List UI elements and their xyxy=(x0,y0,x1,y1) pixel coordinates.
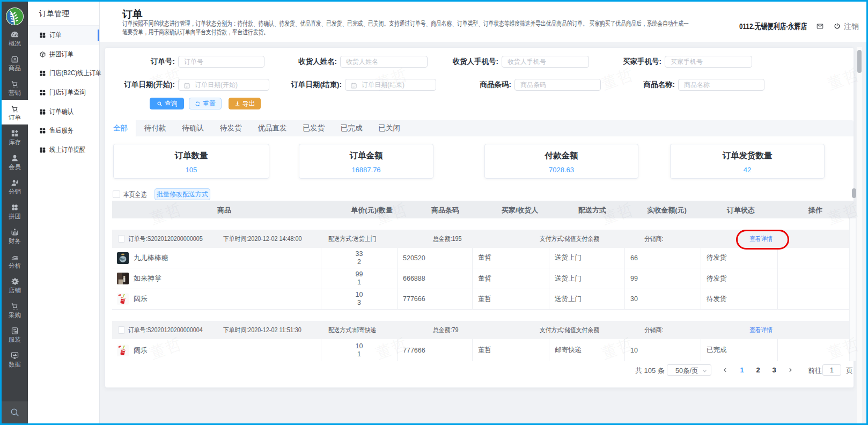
app-nav-icon xyxy=(10,153,19,163)
filter-input[interactable] xyxy=(515,79,600,90)
menu-item[interactable]: 订单 xyxy=(28,26,99,45)
view-details-link[interactable]: 查看详情 xyxy=(749,235,773,244)
status-tab[interactable]: 优品直发 xyxy=(250,120,295,136)
calendar-icon xyxy=(350,82,357,89)
menu-item[interactable]: 拼团订单 xyxy=(28,45,99,64)
page-scrollbar-track[interactable] xyxy=(857,47,862,423)
prev-page-button[interactable] xyxy=(717,366,733,374)
status-tab[interactable]: 待发货 xyxy=(212,120,250,136)
app-nav-icon xyxy=(10,252,19,261)
product-name: 阔乐 xyxy=(134,346,148,355)
app-nav-item[interactable]: 采购 xyxy=(2,297,28,322)
status-tab[interactable]: 已关闭 xyxy=(371,120,409,136)
status-tab[interactable]: 待确认 xyxy=(174,120,212,136)
app-nav-label: 订单 xyxy=(2,114,28,121)
table-column-header: 配送方式 xyxy=(578,206,606,215)
status-tab[interactable]: 已完成 xyxy=(333,120,371,136)
view-details-link[interactable]: 查看详情 xyxy=(749,326,773,335)
page-number-button[interactable]: 3 xyxy=(766,366,782,374)
order-group: 订单号:S2020120200000005 下单时间:2020-12-02 14… xyxy=(112,230,856,310)
status-tab[interactable]: 全部 xyxy=(105,120,136,137)
filter-input[interactable] xyxy=(679,79,764,90)
app-nav-item[interactable]: 服装 xyxy=(2,322,28,347)
filter-input-wrap xyxy=(178,79,269,91)
app-nav-item[interactable]: 分销 xyxy=(2,174,28,199)
order-distributor: 分销商: xyxy=(644,235,663,244)
filter-field-label: 订单号: xyxy=(100,57,175,67)
app-nav-icon xyxy=(10,55,19,64)
filter-field: 订单日期(结束): xyxy=(267,79,436,91)
menu-item[interactable]: 门店(B2C)线上订单 xyxy=(28,64,99,83)
filter-input-wrap xyxy=(345,79,436,91)
table-column-header: 订单状态 xyxy=(727,206,755,215)
filter-input[interactable] xyxy=(345,79,436,90)
price-qty-cell: 99 1 xyxy=(321,268,398,288)
power-icon[interactable] xyxy=(834,23,841,30)
menu-item[interactable]: 订单确认 xyxy=(28,102,99,121)
app-search-area[interactable] xyxy=(2,401,28,423)
page-scrollbar-thumb[interactable] xyxy=(857,50,862,73)
product-thumbnail xyxy=(117,273,129,284)
table-scrollbar-thumb[interactable] xyxy=(852,188,856,198)
order-group-header: 订单号:S2020120200000004 下单时间:2020-12-02 11… xyxy=(112,321,856,339)
search-button[interactable]: 查询 xyxy=(150,98,184,109)
menu-item-icon xyxy=(39,127,46,134)
filter-input[interactable] xyxy=(341,56,427,67)
app-nav-item[interactable]: 拼团 xyxy=(2,199,28,223)
filter-input[interactable] xyxy=(665,56,752,67)
action-cell xyxy=(778,339,849,361)
app-nav-item[interactable]: 库存 xyxy=(2,124,28,149)
menu-item-label: 拼团订单 xyxy=(49,50,73,59)
export-button[interactable]: 导出 xyxy=(229,98,261,109)
stat-title: 订单数量 xyxy=(114,150,269,162)
group-spacer xyxy=(112,218,856,230)
app-nav: 概况 商品 营销 订单 库存 xyxy=(2,26,28,371)
app-logo-icon[interactable] xyxy=(5,7,24,26)
filter-input[interactable] xyxy=(179,56,264,67)
next-page-button[interactable] xyxy=(782,366,798,374)
product-price: 10 xyxy=(356,291,363,299)
menu-item-label: 门店(B2C)线上订单 xyxy=(49,69,101,78)
table-scrollbar-track[interactable] xyxy=(849,218,856,361)
menu-item[interactable]: 门店订单查询 xyxy=(28,83,99,102)
app-nav-icon xyxy=(10,228,19,237)
app-nav-item[interactable]: 分析 xyxy=(2,248,28,273)
app-nav-item[interactable]: 订单 xyxy=(2,100,28,124)
product-price: 99 xyxy=(356,270,363,279)
filter-input[interactable] xyxy=(179,79,269,90)
app-nav-label: 商品 xyxy=(2,65,28,72)
app-nav-item[interactable]: 数据 xyxy=(2,347,28,371)
order-checkbox[interactable] xyxy=(118,235,125,243)
mail-icon[interactable] xyxy=(816,23,824,30)
status-tab[interactable]: 待付款 xyxy=(136,120,174,136)
reset-button[interactable]: 重置 xyxy=(189,98,222,109)
filter-field-label: 收货人姓名: xyxy=(262,57,337,67)
logout-link[interactable]: 注销 xyxy=(844,22,859,32)
app-nav-item[interactable]: 商品 xyxy=(2,50,28,75)
product-cell: 阔乐 xyxy=(112,289,321,309)
app-nav-item[interactable]: 概况 xyxy=(2,26,28,50)
menu-item[interactable]: 线上订单提醒 xyxy=(28,141,99,160)
filter-field-label: 订单日期(开始): xyxy=(100,80,175,90)
goto-page-input[interactable] xyxy=(822,364,841,376)
export-button-icon xyxy=(234,101,240,107)
menu-item[interactable]: 售后服务 xyxy=(28,121,99,141)
order-total: 总金额:195 xyxy=(433,235,461,244)
page-number-button[interactable]: 2 xyxy=(750,366,766,374)
filter-input[interactable] xyxy=(502,56,589,67)
app-nav-item[interactable]: 营销 xyxy=(2,75,28,100)
app-nav-item[interactable]: 会员 xyxy=(2,149,28,174)
order-total: 总金额:79 xyxy=(433,326,458,335)
stat-card: 订单数量105 xyxy=(113,144,269,179)
app-nav-item[interactable]: 财务 xyxy=(2,223,28,248)
page-size-select[interactable]: 50条/页 xyxy=(667,364,711,376)
product-price: 10 xyxy=(356,342,363,350)
app-nav-item[interactable]: 店铺 xyxy=(2,273,28,297)
export-button-label: 导出 xyxy=(242,99,255,108)
order-checkbox[interactable] xyxy=(118,326,125,334)
status-tab[interactable]: 已发货 xyxy=(295,120,333,136)
menu-item-icon xyxy=(39,108,46,115)
page-number-button[interactable]: 1 xyxy=(734,366,750,374)
batch-delivery-button[interactable]: 批量修改配送方式 xyxy=(155,188,210,200)
select-all-checkbox[interactable] xyxy=(113,190,120,198)
